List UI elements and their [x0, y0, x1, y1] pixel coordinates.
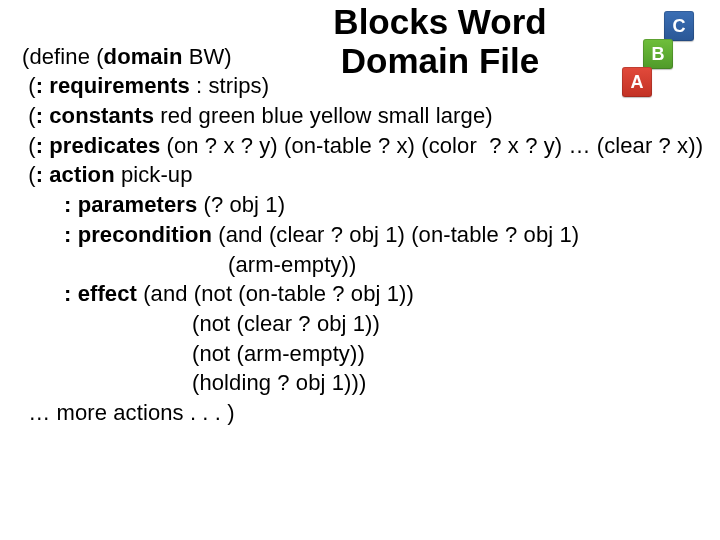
- slide-title: Blocks Word Domain File: [280, 2, 600, 80]
- line-5: (: action pick-up: [22, 162, 193, 187]
- block-b-icon: B: [643, 39, 673, 69]
- line-8: (arm-empty)): [22, 250, 356, 280]
- blocks-icon: C B A: [622, 11, 696, 101]
- slide: Blocks Word Domain File C B A (define (d…: [0, 0, 720, 540]
- line-3: (: constants red green blue yellow small…: [22, 103, 493, 128]
- title-line-2: Domain File: [280, 41, 600, 80]
- line-10: (not (clear ? obj 1)): [22, 309, 380, 339]
- block-c-label: C: [673, 16, 686, 37]
- line-7: : precondition (and (clear ? obj 1) (on-…: [22, 220, 579, 250]
- line-6: : parameters (? obj 1): [22, 190, 285, 220]
- title-line-1: Blocks Word: [280, 2, 600, 41]
- line-13: … more actions . . . ): [22, 400, 235, 425]
- block-c-icon: C: [664, 11, 694, 41]
- line-9: : effect (and (not (on-table ? obj 1)): [22, 279, 414, 309]
- block-b-label: B: [652, 44, 665, 65]
- block-a-icon: A: [622, 67, 652, 97]
- line-2: (: requirements : strips): [22, 73, 269, 98]
- line-4: (: predicates (on ? x ? y) (on-table ? x…: [22, 133, 703, 158]
- line-11: (not (arm-empty)): [22, 339, 365, 369]
- line-1: (define (domain BW): [22, 44, 232, 69]
- block-a-label: A: [631, 72, 644, 93]
- line-12: (holding ? obj 1))): [22, 368, 366, 398]
